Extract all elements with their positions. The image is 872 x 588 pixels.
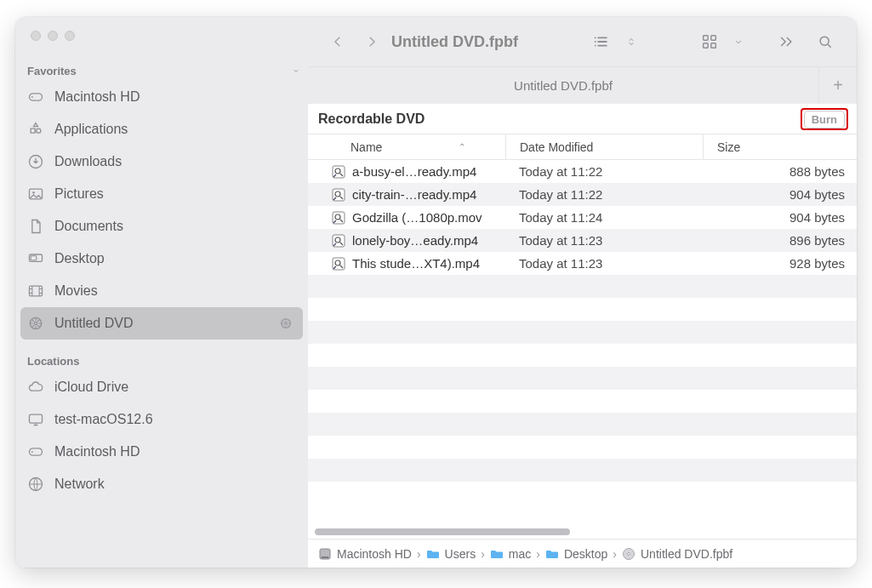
sidebar-item-macintosh-hd[interactable]: Macintosh HD bbox=[15, 81, 308, 113]
table-row[interactable]: Godzilla (…1080p.movToday at 11:24904 by… bbox=[308, 206, 857, 229]
chevron-right-icon: › bbox=[481, 547, 485, 561]
file-list: a-busy-el…ready.mp4Today at 11:22888 byt… bbox=[308, 160, 857, 568]
sort-menu-button[interactable] bbox=[624, 27, 639, 56]
sidebar-item-pictures[interactable]: Pictures bbox=[15, 178, 308, 210]
hdd-icon bbox=[27, 443, 44, 460]
sidebar-item-loc-macintosh-hd[interactable]: Macintosh HD bbox=[15, 436, 308, 468]
folder-icon bbox=[545, 547, 559, 561]
sidebar-item-label: Desktop bbox=[54, 251, 105, 266]
path-label: mac bbox=[509, 547, 531, 561]
col-date[interactable]: Date Modified bbox=[505, 134, 703, 159]
documents-icon bbox=[27, 218, 44, 235]
hdd-icon bbox=[318, 547, 332, 561]
alias-file-icon bbox=[332, 211, 345, 225]
folder-icon bbox=[426, 547, 440, 561]
tabstrip: Untitled DVD.fpbf + bbox=[308, 66, 857, 104]
table-row[interactable]: lonely-boy…eady.mp4Today at 11:23896 byt… bbox=[308, 229, 857, 252]
empty-row bbox=[308, 344, 857, 367]
sidebar-item-label: Applications bbox=[54, 122, 128, 137]
favorites-header[interactable]: Favorites bbox=[15, 61, 308, 81]
chevron-right-icon: › bbox=[417, 547, 421, 561]
empty-row bbox=[308, 459, 857, 482]
col-date-label: Date Modified bbox=[520, 140, 593, 154]
path-bar: Macintosh HD › Users › mac › Desktop › bbox=[308, 539, 857, 568]
new-tab-button[interactable]: + bbox=[819, 67, 857, 104]
burn-highlight: Burn bbox=[801, 108, 848, 130]
file-date: Today at 11:23 bbox=[505, 233, 703, 248]
sidebar-item-label: Pictures bbox=[54, 186, 104, 202]
sidebar-item-label: Macintosh HD bbox=[54, 89, 140, 105]
minimize-button[interactable] bbox=[48, 31, 58, 41]
overflow-button[interactable] bbox=[772, 27, 804, 56]
chevron-right-icon: › bbox=[536, 547, 540, 561]
file-size: 904 bytes bbox=[703, 187, 857, 202]
file-name: lonely-boy…eady.mp4 bbox=[352, 233, 478, 248]
window-title: Untitled DVD.fpbf bbox=[391, 33, 581, 51]
file-name: Godzilla (…1080p.mov bbox=[352, 210, 482, 225]
alias-file-icon bbox=[332, 188, 345, 202]
group-by-menu-button[interactable] bbox=[731, 27, 746, 56]
table-row[interactable]: city-train-…ready.mp4Today at 11:22904 b… bbox=[308, 183, 857, 206]
locations-header[interactable]: Locations bbox=[15, 351, 308, 371]
path-label: Desktop bbox=[564, 547, 607, 561]
path-seg-hd[interactable]: Macintosh HD bbox=[318, 547, 412, 561]
folder-subheader: Recordable DVD Burn bbox=[308, 104, 857, 134]
path-label: Users bbox=[445, 547, 476, 561]
burn-badge-icon[interactable] bbox=[279, 317, 293, 330]
table-row[interactable]: This stude…XT4).mp4Today at 11:23928 byt… bbox=[308, 252, 857, 275]
sidebar-item-icloud-drive[interactable]: iCloud Drive bbox=[15, 371, 308, 403]
view-list-button[interactable] bbox=[586, 27, 618, 56]
close-button[interactable] bbox=[31, 31, 41, 41]
empty-row bbox=[308, 275, 857, 298]
subheader-title: Recordable DVD bbox=[318, 111, 425, 127]
burn-button[interactable]: Burn bbox=[804, 111, 845, 128]
alias-file-icon bbox=[332, 165, 345, 179]
col-size-label: Size bbox=[717, 140, 740, 154]
sidebar-item-label: iCloud Drive bbox=[54, 380, 128, 395]
path-seg-desktop[interactable]: Desktop bbox=[545, 547, 607, 561]
sidebar-item-downloads[interactable]: Downloads bbox=[15, 146, 308, 178]
movies-icon bbox=[27, 283, 44, 300]
sidebar-item-test-macos[interactable]: test-macOS12.6 bbox=[15, 403, 308, 436]
zoom-button[interactable] bbox=[65, 31, 75, 41]
finder-window: Favorites Macintosh HD Applications Down… bbox=[15, 17, 857, 568]
sidebar-item-documents[interactable]: Documents bbox=[15, 210, 308, 243]
path-label: Untitled DVD.fpbf bbox=[641, 547, 732, 561]
empty-row bbox=[308, 413, 857, 436]
back-button[interactable] bbox=[323, 27, 352, 56]
path-seg-mac[interactable]: mac bbox=[490, 547, 531, 561]
path-seg-burn-folder[interactable]: Untitled DVD.fpbf bbox=[622, 547, 732, 561]
sidebar-item-desktop[interactable]: Desktop bbox=[15, 243, 308, 275]
sidebar-item-label: Documents bbox=[54, 219, 123, 234]
search-button[interactable] bbox=[809, 27, 841, 56]
col-name[interactable]: Name ⌃ bbox=[308, 140, 505, 154]
alias-file-icon bbox=[332, 257, 345, 271]
horizontal-scrollbar[interactable] bbox=[315, 528, 850, 535]
disc-icon bbox=[622, 547, 635, 561]
favorites-label: Favorites bbox=[27, 65, 77, 77]
sidebar-item-label: Untitled DVD bbox=[54, 316, 133, 331]
group-by-button[interactable] bbox=[693, 27, 726, 56]
forward-button[interactable] bbox=[357, 27, 386, 56]
col-size[interactable]: Size bbox=[703, 134, 857, 159]
sidebar-item-movies[interactable]: Movies bbox=[15, 275, 308, 307]
sidebar: Favorites Macintosh HD Applications Down… bbox=[15, 17, 308, 568]
file-date: Today at 11:23 bbox=[505, 256, 703, 271]
path-seg-users[interactable]: Users bbox=[426, 547, 476, 561]
locations-label: Locations bbox=[27, 355, 79, 368]
burn-icon bbox=[27, 315, 44, 332]
sort-asc-icon: ⌃ bbox=[459, 142, 465, 151]
desktop-icon bbox=[27, 250, 44, 267]
sidebar-item-untitled-dvd[interactable]: Untitled DVD bbox=[20, 307, 303, 340]
tab-untitled-dvd[interactable]: Untitled DVD.fpbf bbox=[308, 67, 819, 104]
table-row[interactable]: a-busy-el…ready.mp4Today at 11:22888 byt… bbox=[308, 160, 857, 183]
file-size: 896 bytes bbox=[703, 233, 857, 248]
tab-label: Untitled DVD.fpbf bbox=[514, 78, 613, 93]
sidebar-item-network[interactable]: Network bbox=[15, 468, 308, 500]
empty-row bbox=[308, 367, 857, 390]
traffic-lights bbox=[15, 31, 308, 61]
sidebar-item-applications[interactable]: Applications bbox=[15, 113, 308, 146]
scrollbar-thumb[interactable] bbox=[315, 528, 570, 535]
globe-icon bbox=[27, 476, 44, 493]
pictures-icon bbox=[27, 186, 44, 203]
